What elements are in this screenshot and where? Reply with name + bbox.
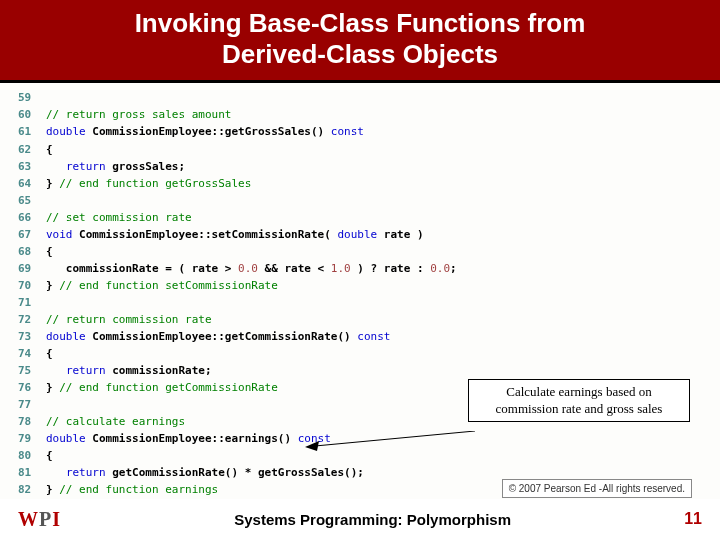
line-number: 76	[18, 379, 46, 396]
line-number: 79	[18, 430, 46, 447]
comment: // end function getCommissionRate	[59, 379, 278, 396]
code-text: {	[46, 141, 53, 158]
svg-marker-1	[305, 441, 319, 451]
code-text: }	[46, 175, 59, 192]
code-text: grossSales;	[106, 158, 185, 175]
slide-footer: WPI Systems Programming: Polymorphism 11	[0, 502, 720, 540]
code-text: rate )	[377, 226, 423, 243]
comment: // return gross sales amount	[46, 106, 231, 123]
code-text	[46, 362, 66, 379]
line-number: 77	[18, 396, 46, 413]
annotation-callout: Calculate earnings based on commission r…	[468, 379, 690, 422]
line-number: 68	[18, 243, 46, 260]
line-number: 65	[18, 192, 46, 209]
line-number: 59	[18, 89, 46, 106]
code-listing: 59 60// return gross sales amount 61doub…	[0, 83, 720, 498]
line-number: 78	[18, 413, 46, 430]
line-number: 72	[18, 311, 46, 328]
number: 0.0	[430, 260, 450, 277]
code-text: commissionRate = ( rate >	[46, 260, 238, 277]
code-text: {	[46, 243, 53, 260]
keyword: const	[357, 328, 390, 345]
line-number: 66	[18, 209, 46, 226]
title-line-2: Derived-Class Objects	[222, 39, 498, 69]
line-number: 63	[18, 158, 46, 175]
line-number: 73	[18, 328, 46, 345]
line-number: 74	[18, 345, 46, 362]
keyword: return	[66, 158, 106, 175]
code-text: {	[46, 345, 53, 362]
code-text: }	[46, 481, 59, 498]
number: 0.0	[238, 260, 258, 277]
code-text: ;	[450, 260, 457, 277]
line-number: 62	[18, 141, 46, 158]
callout-line-2: commission rate and gross sales	[496, 401, 663, 416]
keyword: return	[66, 362, 106, 379]
code-text: {	[46, 447, 53, 464]
comment: // return commission rate	[46, 311, 212, 328]
copyright-notice: © 2007 Pearson Ed -All rights reserved.	[502, 479, 692, 498]
line-number: 81	[18, 464, 46, 481]
page-number: 11	[684, 510, 702, 528]
keyword: double	[337, 226, 377, 243]
callout-line-1: Calculate earnings based on	[506, 384, 651, 399]
code-text: && rate <	[258, 260, 331, 277]
line-number: 82	[18, 481, 46, 498]
line-number: 80	[18, 447, 46, 464]
keyword: return	[66, 464, 106, 481]
footer-title: Systems Programming: Polymorphism	[234, 511, 511, 528]
code-text: }	[46, 379, 59, 396]
slide-title-bar: Invoking Base-Class Functions from Deriv…	[0, 0, 720, 83]
comment: // end function getGrossSales	[59, 175, 251, 192]
code-text: commissionRate;	[106, 362, 212, 379]
comment: // set commission rate	[46, 209, 192, 226]
code-text: ) ? rate :	[351, 260, 430, 277]
comment: // calculate earnings	[46, 413, 185, 430]
line-number: 70	[18, 277, 46, 294]
arrow-icon	[305, 431, 475, 451]
code-text	[46, 158, 66, 175]
line-number: 71	[18, 294, 46, 311]
number: 1.0	[331, 260, 351, 277]
comment: // end function earnings	[59, 481, 218, 498]
line-number: 64	[18, 175, 46, 192]
code-text: CommissionEmployee::getCommissionRate()	[86, 328, 358, 345]
keyword: const	[331, 123, 364, 140]
slide-title: Invoking Base-Class Functions from Deriv…	[20, 8, 700, 70]
line-number: 61	[18, 123, 46, 140]
code-text	[46, 464, 66, 481]
logo-letter-p: P	[39, 508, 52, 530]
line-number: 75	[18, 362, 46, 379]
keyword: double	[46, 328, 86, 345]
keyword: double	[46, 430, 86, 447]
wpi-logo: WPI	[18, 508, 61, 531]
svg-line-0	[315, 431, 475, 446]
code-text: CommissionEmployee::getGrossSales()	[86, 123, 331, 140]
keyword: double	[46, 123, 86, 140]
logo-letter-w: W	[18, 508, 39, 530]
line-number: 67	[18, 226, 46, 243]
code-text: CommissionEmployee::setCommissionRate(	[73, 226, 338, 243]
code-text: }	[46, 277, 59, 294]
line-number: 60	[18, 106, 46, 123]
logo-letter-i: I	[52, 508, 61, 530]
title-line-1: Invoking Base-Class Functions from	[135, 8, 586, 38]
line-number: 69	[18, 260, 46, 277]
code-text: getCommissionRate() * getGrossSales();	[106, 464, 364, 481]
comment: // end function setCommissionRate	[59, 277, 278, 294]
keyword: void	[46, 226, 73, 243]
code-text: CommissionEmployee::earnings()	[86, 430, 298, 447]
